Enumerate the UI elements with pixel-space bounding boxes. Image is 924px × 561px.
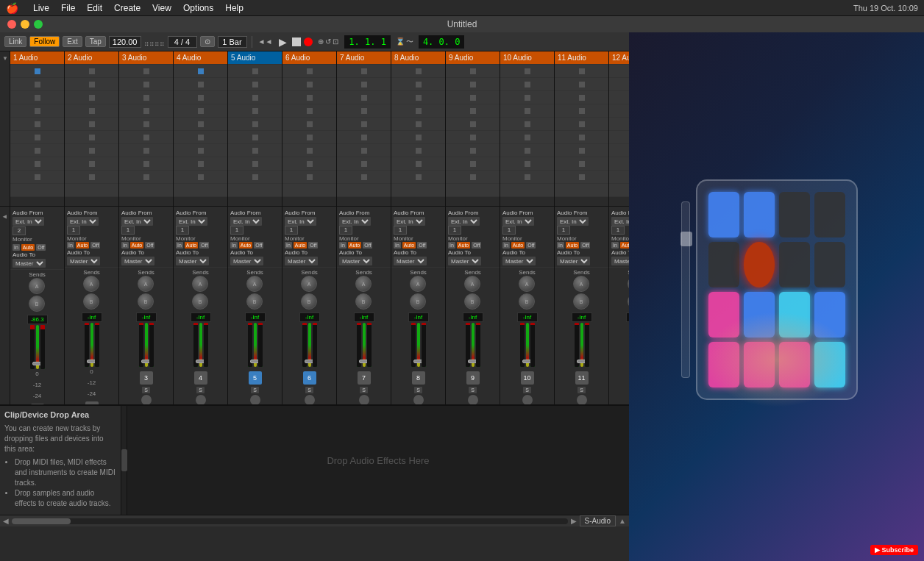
clip-slot[interactable]	[282, 131, 336, 144]
ft-7[interactable]	[363, 323, 366, 367]
sk-b-9[interactable]: B	[464, 293, 480, 310]
cn-4[interactable]: 4	[194, 371, 207, 385]
track-header-8[interactable]: 8 Audio	[391, 51, 445, 65]
device-slider[interactable]	[681, 201, 690, 378]
ext-button[interactable]: Ext	[63, 36, 82, 47]
at-6[interactable]: Master	[285, 257, 318, 265]
fader-db-1[interactable]: -86.3	[27, 315, 48, 324]
menu-edit[interactable]: Edit	[81, 3, 108, 13]
clip-slot[interactable]	[228, 65, 282, 78]
clip-slot[interactable]	[10, 171, 64, 184]
at-9[interactable]: Master	[448, 257, 481, 265]
drop-panel-resizer[interactable]	[121, 406, 127, 515]
clip-slot[interactable]	[391, 118, 445, 131]
ab-3[interactable]	[141, 395, 152, 404]
ma-5[interactable]: Auto	[239, 242, 252, 249]
clip-slot[interactable]	[555, 78, 608, 91]
pad-1-3[interactable]	[779, 192, 810, 237]
clip-slot[interactable]	[10, 78, 64, 91]
close-button[interactable]	[7, 20, 16, 29]
pad-1-1[interactable]	[708, 192, 739, 237]
clip-slot[interactable]	[391, 157, 445, 171]
bpm-display[interactable]: 120.00	[109, 36, 141, 48]
tap-button[interactable]: Tap	[85, 36, 106, 47]
cn-5[interactable]: 5	[249, 371, 262, 385]
fd-4[interactable]: -Inf	[191, 312, 211, 322]
at-5[interactable]: Master	[230, 257, 263, 265]
clip-slot[interactable]	[500, 131, 554, 144]
at-10[interactable]: Master	[502, 257, 536, 265]
clip-slot[interactable]	[282, 104, 336, 118]
mi-3[interactable]: In	[121, 242, 129, 249]
sk-a-6[interactable]: A	[301, 276, 317, 292]
clip-slot[interactable]	[555, 65, 608, 78]
clip-slot[interactable]	[174, 65, 227, 78]
ma-7[interactable]: Auto	[348, 242, 361, 249]
clip-slot[interactable]	[337, 184, 391, 197]
clip-slot[interactable]	[337, 171, 391, 184]
clip-slot[interactable]	[228, 171, 282, 184]
sk-b-11[interactable]: B	[573, 293, 589, 310]
record-button[interactable]	[304, 37, 313, 46]
mo-6[interactable]: Off	[308, 242, 318, 249]
fader-track-1[interactable]	[36, 325, 39, 369]
sb-5[interactable]: S	[251, 387, 259, 393]
af-11[interactable]: Ext. In	[557, 217, 589, 226]
ma-10[interactable]: Auto	[511, 242, 525, 249]
audio-from-select-1[interactable]: Ext. In	[13, 217, 44, 226]
clip-slot[interactable]	[119, 184, 173, 197]
clip-slot[interactable]	[119, 118, 173, 131]
stop-button[interactable]	[292, 37, 301, 46]
ft-9[interactable]	[472, 323, 475, 367]
clip-slot[interactable]	[555, 118, 608, 131]
cn-11[interactable]: 11	[575, 371, 589, 385]
menu-live[interactable]: Live	[27, 3, 55, 13]
mo-9[interactable]: Off	[472, 242, 481, 249]
pad-1-4[interactable]	[814, 192, 845, 237]
clip-slot[interactable]	[10, 104, 64, 118]
clip-slot[interactable]	[337, 65, 391, 78]
af-8[interactable]: Ext. In	[394, 217, 425, 226]
clip-slot[interactable]	[10, 144, 64, 157]
ma-6[interactable]: Auto	[294, 242, 307, 249]
fd-8[interactable]: -Inf	[408, 312, 429, 322]
fd-5[interactable]: -Inf	[245, 312, 266, 322]
monitor-off-1[interactable]: Off	[36, 244, 46, 251]
sk-b-10[interactable]: B	[519, 293, 535, 310]
clip-slot[interactable]	[391, 171, 445, 184]
track-header-3[interactable]: 3 Audio	[119, 51, 173, 65]
maximize-button[interactable]	[34, 20, 43, 29]
scroll-left-icon[interactable]: ◀	[3, 517, 9, 525]
mo-5[interactable]: Off	[254, 242, 263, 249]
slider-handle[interactable]	[680, 232, 692, 246]
clip-slot[interactable]	[10, 65, 64, 78]
clip-slot[interactable]	[174, 157, 227, 171]
ma-4[interactable]: Auto	[185, 242, 198, 249]
clip-slot[interactable]	[337, 78, 391, 91]
mo-3[interactable]: Off	[145, 242, 154, 249]
audio-to-select-2[interactable]: Master	[67, 257, 100, 265]
mo-7[interactable]: Off	[363, 242, 372, 249]
clip-slot[interactable]	[391, 131, 445, 144]
ft-10[interactable]	[526, 323, 529, 367]
clip-slot[interactable]	[119, 104, 173, 118]
pad-1-2[interactable]	[744, 192, 775, 237]
cn-9[interactable]: 9	[466, 371, 480, 385]
clip-slot[interactable]	[446, 65, 500, 78]
mo-8[interactable]: Off	[417, 242, 427, 249]
clip-slot[interactable]	[174, 131, 227, 144]
at-3[interactable]: Master	[121, 257, 154, 265]
monitor-auto-2[interactable]: Auto	[76, 242, 89, 249]
sk-b-6[interactable]: B	[301, 293, 317, 310]
sk-b-7[interactable]: B	[355, 293, 372, 310]
pad-2-4[interactable]	[814, 242, 845, 287]
clip-slot[interactable]	[500, 104, 554, 118]
fd-6[interactable]: -Inf	[299, 312, 320, 322]
ab-6[interactable]	[305, 395, 315, 404]
clip-slot[interactable]	[228, 91, 282, 104]
mi-11[interactable]: In	[557, 242, 564, 249]
track-header-10[interactable]: 10 Audio	[500, 51, 554, 65]
clip-slot[interactable]	[65, 184, 118, 197]
clip-slot[interactable]	[119, 144, 173, 157]
clip-slot[interactable]	[609, 157, 629, 171]
